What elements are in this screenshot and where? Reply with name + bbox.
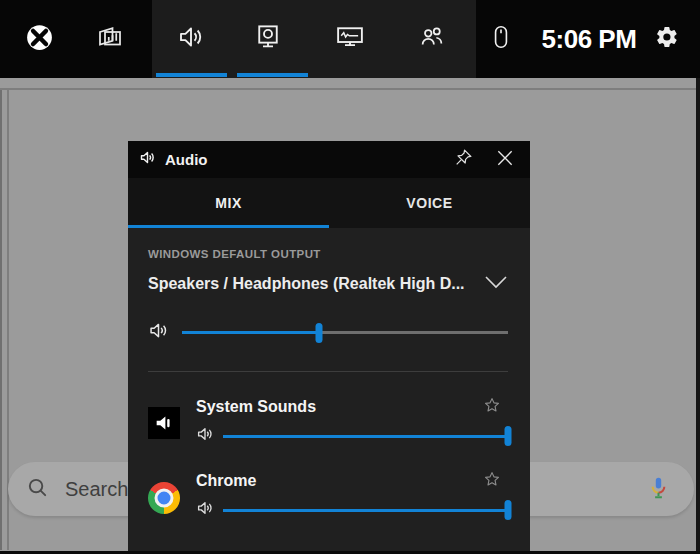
app-name: Chrome	[196, 472, 256, 490]
master-volume-speaker-icon	[148, 320, 169, 345]
performance-widget-button[interactable]	[335, 0, 365, 78]
speaker-icon	[176, 22, 206, 56]
voice-search-mic-icon[interactable]	[645, 475, 672, 506]
audio-panel-header[interactable]: Audio	[128, 141, 530, 178]
chrome-volume-slider[interactable]	[223, 500, 508, 520]
app-volume-speaker-icon	[196, 499, 214, 521]
audio-panel-title: Audio	[165, 151, 208, 168]
xbox-logo-icon	[26, 24, 53, 55]
chrome-icon-center	[155, 489, 174, 508]
favorite-star-icon[interactable]	[483, 470, 501, 492]
tab-voice[interactable]: VOICE	[329, 178, 530, 228]
mouse-mode-indicator[interactable]	[489, 0, 513, 78]
app-row-chrome: Chrome	[148, 470, 508, 521]
section-divider	[148, 371, 508, 372]
screen-left-edge	[0, 90, 2, 550]
slider-fill	[223, 509, 508, 512]
clock: 5:06 PM	[536, 0, 642, 78]
game-bar-toolbar: 5:06 PM	[0, 0, 700, 78]
slider-fill	[182, 331, 319, 334]
widget-menu-button[interactable]	[95, 0, 125, 78]
app-row-system-sounds: System Sounds	[148, 396, 508, 447]
slider-thumb[interactable]	[505, 426, 512, 446]
audio-title-speaker-icon	[139, 149, 156, 170]
slider-thumb[interactable]	[315, 323, 322, 343]
master-volume-slider[interactable]	[182, 323, 508, 343]
close-icon	[495, 148, 515, 172]
page-top-divider	[0, 88, 700, 90]
app-name: System Sounds	[196, 398, 316, 416]
app-volume-speaker-icon	[196, 425, 214, 447]
audio-widget-panel: Audio	[128, 141, 530, 554]
people-icon	[417, 22, 447, 56]
master-volume-row	[148, 320, 508, 345]
slider-thumb[interactable]	[505, 500, 512, 520]
capture-icon	[253, 22, 283, 56]
audio-widget-active-underline	[156, 73, 227, 77]
search-placeholder: Search	[65, 478, 128, 501]
tab-mix[interactable]: MIX	[128, 178, 329, 228]
party-widget-button[interactable]	[417, 0, 447, 78]
xbox-home-button[interactable]	[25, 0, 53, 78]
system-sounds-volume-slider[interactable]	[223, 426, 508, 446]
chevron-down-icon	[484, 275, 508, 293]
favorite-star-icon[interactable]	[483, 396, 501, 418]
audio-widget-button[interactable]	[176, 0, 206, 78]
search-icon	[26, 476, 49, 503]
game-bar-settings-button[interactable]	[653, 0, 681, 78]
audio-panel-tabs: MIX VOICE	[128, 178, 530, 228]
gear-icon	[655, 25, 679, 53]
slider-fill	[223, 435, 508, 438]
pin-widget-button[interactable]	[452, 149, 474, 171]
close-widget-button[interactable]	[494, 149, 516, 171]
screen-right-edge	[696, 78, 700, 554]
default-output-label: WINDOWS DEFAULT OUTPUT	[148, 248, 508, 260]
mouse-icon	[490, 24, 512, 54]
output-device-dropdown[interactable]: Speakers / Headphones (Realtek High D...	[148, 275, 508, 293]
system-sounds-app-icon	[148, 407, 180, 439]
capture-widget-active-underline	[237, 73, 308, 77]
widget-menu-icon	[95, 22, 125, 56]
screen: 5:06 PM Search	[0, 0, 700, 554]
pin-icon	[453, 147, 474, 172]
chrome-app-icon	[148, 482, 180, 514]
capture-widget-button[interactable]	[253, 0, 283, 78]
active-tab-underline	[128, 225, 329, 228]
performance-icon	[335, 22, 365, 56]
output-device-name: Speakers / Headphones (Realtek High D...	[148, 275, 465, 293]
audio-panel-body: WINDOWS DEFAULT OUTPUT Speakers / Headph…	[128, 248, 530, 521]
